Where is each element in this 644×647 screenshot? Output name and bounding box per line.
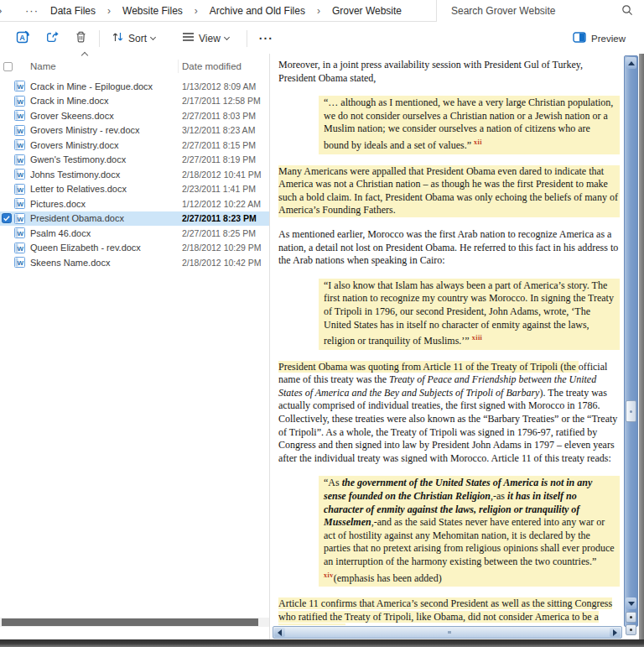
doc-paragraph: Many Americans were appalled that Presid… <box>278 165 620 217</box>
word-file-icon: W <box>14 198 27 209</box>
word-file-icon: W <box>14 96 27 107</box>
search-input[interactable] <box>451 5 610 17</box>
file-row[interactable]: WJohns Testimony.docx2/18/2012 10:41 PM <box>0 167 269 182</box>
view-button[interactable]: View <box>174 28 236 49</box>
svg-text:W: W <box>18 201 24 208</box>
open-button[interactable]: A <box>8 26 38 51</box>
checkbox-empty[interactable] <box>2 199 14 209</box>
file-name: Johns Testimony.docx <box>30 170 182 180</box>
file-row[interactable]: WGrovers Ministry.docx2/27/2011 8:15 PM <box>0 138 269 153</box>
checkbox-empty[interactable] <box>2 258 14 268</box>
svg-text:W: W <box>18 171 24 179</box>
svg-text:W: W <box>18 230 24 237</box>
share-button[interactable] <box>38 26 67 50</box>
file-row[interactable]: WCrack in Mine - Epilogue.docx1/13/2012 … <box>0 79 269 94</box>
checkbox-empty[interactable] <box>2 140 14 150</box>
preview-horizontal-scrollbar[interactable] <box>273 626 622 639</box>
file-date: 2/18/2012 10:42 PM <box>182 258 269 268</box>
more-commands-button[interactable]: ··· <box>252 28 281 50</box>
select-all-checkbox[interactable] <box>3 62 13 71</box>
file-date: 1/13/2012 8:09 AM <box>182 81 269 91</box>
preview-pane-icon <box>573 32 586 44</box>
open-in-app-icon: A <box>16 30 30 47</box>
file-row[interactable]: WGrovers Ministry - rev.docx3/12/2011 8:… <box>0 123 269 138</box>
checkbox-empty[interactable] <box>2 111 14 121</box>
search-icon[interactable] <box>621 4 633 19</box>
toolbar-divider <box>247 30 247 47</box>
svg-text:W: W <box>18 83 24 91</box>
file-row[interactable]: WGrover Skeens.docx2/27/2011 8:03 PM <box>0 108 269 123</box>
file-row[interactable]: WSkeens Name.docx2/18/2012 10:42 PM <box>0 255 269 270</box>
breadcrumb-bar: › ··· Data Files›Website Files›Archive a… <box>0 0 644 22</box>
file-name: Gwen's Testimony.docx <box>30 154 182 164</box>
breadcrumb-item[interactable]: Data Files <box>47 3 99 18</box>
checkbox-empty[interactable] <box>2 154 14 164</box>
scroll-up-button[interactable] <box>626 57 636 69</box>
breadcrumb-back-chevron-icon[interactable]: › <box>0 4 5 17</box>
scrollbar-thumb[interactable] <box>2 618 258 626</box>
file-date: 2/27/2011 8:19 PM <box>182 154 269 164</box>
file-name: Crack in Mine.docx <box>30 96 182 106</box>
doc-paragraph: Article 11 confirms that America’s secon… <box>278 597 620 625</box>
scroll-left-button[interactable] <box>274 628 285 637</box>
checkbox-empty[interactable] <box>2 96 14 106</box>
doc-text: As mentioned earlier, Morocco was the fi… <box>278 228 618 266</box>
checkbox-checked-icon[interactable] <box>2 213 14 223</box>
column-header-name[interactable]: Name <box>18 61 182 71</box>
checkbox-empty[interactable] <box>2 243 14 253</box>
scrollbar-thumb[interactable] <box>626 400 636 422</box>
word-file-icon: W <box>14 81 27 91</box>
file-row[interactable]: WPresident Obama.docx2/27/2011 8:23 PM <box>0 211 269 227</box>
breadcrumb-item[interactable]: Grover Website <box>329 3 405 18</box>
file-row[interactable]: WLetter to Relatives.docx2/23/2011 1:41 … <box>0 182 269 197</box>
search-box[interactable] <box>436 0 644 22</box>
next-page-button[interactable] <box>626 624 636 635</box>
checkbox-empty[interactable] <box>2 81 14 91</box>
delete-button[interactable] <box>67 26 95 50</box>
breadcrumb-item[interactable]: Archive and Old Files <box>206 3 309 18</box>
file-list-horizontal-scrollbar[interactable] <box>0 618 269 627</box>
breadcrumb-overflow-button[interactable]: ··· <box>25 4 39 17</box>
file-name: President Obama.docx <box>30 213 182 223</box>
view-list-icon <box>182 32 195 44</box>
word-file-icon: W <box>14 257 27 268</box>
sort-button[interactable]: Sort <box>104 27 163 50</box>
checkbox-empty[interactable] <box>2 184 14 194</box>
breadcrumb-item[interactable]: Website Files <box>119 3 186 18</box>
doc-paragraph: President Obama was quoting from Article… <box>278 361 620 466</box>
preview-toggle-button[interactable]: Preview <box>568 29 631 48</box>
file-row[interactable]: WGwen's Testimony.docx2/27/2011 8:19 PM <box>0 153 269 168</box>
preview-label: Preview <box>591 34 626 44</box>
scroll-right-button[interactable] <box>610 628 621 637</box>
column-header-date-modified[interactable]: Date modified <box>182 61 269 71</box>
file-row[interactable]: WPictures.docx1/12/2012 10:22 AM <box>0 196 269 211</box>
doc-text: (emphasis has been added) <box>334 572 442 584</box>
chevron-down-icon <box>150 34 156 39</box>
file-date: 2/27/2011 8:23 PM <box>182 213 269 223</box>
word-file-icon: W <box>14 213 27 224</box>
svg-text:A: A <box>19 34 25 42</box>
svg-text:W: W <box>18 259 24 267</box>
doc-quote: “I also know that Islam has always been … <box>319 279 620 350</box>
file-date: 2/18/2012 10:41 PM <box>182 170 269 180</box>
file-row[interactable]: WQueen Elizabeth - rev.docx2/18/2012 10:… <box>0 241 269 256</box>
document-preview-pane: Moreover, in a joint press availability … <box>271 54 639 639</box>
scroll-down-button[interactable] <box>626 597 636 609</box>
file-date: 2/18/2012 10:29 PM <box>182 243 269 253</box>
sort-label: Sort <box>128 33 147 44</box>
doc-text: “I also know that Islam has always been … <box>324 279 614 347</box>
checkbox-empty[interactable] <box>2 228 14 238</box>
previous-page-button[interactable] <box>626 612 636 623</box>
file-row[interactable]: WCrack in Mine.docx2/17/2011 12:58 PM <box>0 94 269 109</box>
scrollbar-thumb[interactable] <box>448 631 451 634</box>
trash-icon <box>75 30 87 46</box>
preview-vertical-scrollbar[interactable] <box>624 55 638 627</box>
checkbox-empty[interactable] <box>2 170 14 180</box>
file-name: Letter to Relatives.docx <box>30 184 182 194</box>
svg-text:W: W <box>18 142 24 149</box>
doc-text: Article 11 confirms that America’s secon… <box>278 597 612 625</box>
document-content: Moreover, in a joint press availability … <box>272 54 623 625</box>
checkbox-empty[interactable] <box>2 125 14 135</box>
file-row[interactable]: WPsalm 46.docx2/27/2011 8:25 PM <box>0 226 269 241</box>
doc-text: Moreover, in a joint press availability … <box>278 59 583 84</box>
